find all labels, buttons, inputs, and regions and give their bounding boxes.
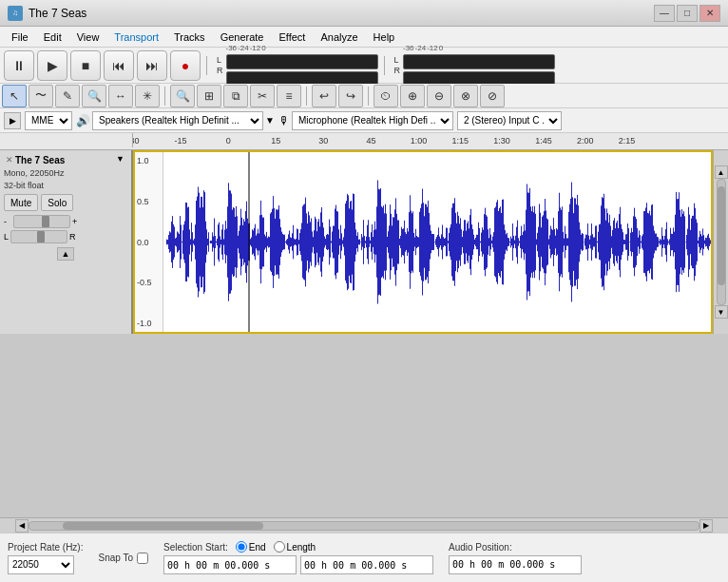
project-rate-select[interactable]: 22050 (8, 555, 74, 574)
transport-toolbar: ⏸ ▶ ■ ⏮ ⏭ ● L R -36 -24 -12 0 L R -36 (0, 48, 728, 84)
selection-tool-button[interactable]: ↖ (2, 85, 27, 107)
zoom-fit2-button[interactable]: ⊖ (427, 85, 451, 107)
selection-end-input[interactable]: 00 h 00 m 00.000 s (300, 555, 433, 574)
pan-slider[interactable] (10, 230, 67, 243)
playback-vu-meter-l[interactable] (226, 54, 378, 69)
menu-file[interactable]: File (4, 29, 36, 45)
extra-button[interactable]: ⊘ (480, 85, 505, 107)
record-button[interactable]: ● (170, 50, 201, 81)
speaker-icon: 🔊 (76, 114, 90, 127)
ruler-tick-1m45: 1:45 (535, 136, 552, 146)
window-controls: — □ ✕ (654, 5, 720, 22)
speaker-selector: 🔊 Speakers (Realtek High Definit ... ▼ (76, 111, 275, 130)
selection-start-input[interactable]: 00 h 00 m 00.000 s (163, 555, 297, 574)
speaker-device-select[interactable]: Speakers (Realtek High Definit ... (92, 111, 263, 130)
app-icon: ♫ (8, 6, 23, 21)
ruler-tick-neg30: -30 (133, 136, 140, 146)
timeline-ruler: -30 -15 0 15 30 45 1:00 1:15 1:30 1:45 2… (0, 133, 728, 150)
menu-effect[interactable]: Effect (272, 29, 314, 45)
zoom-out-button[interactable]: 🔍 (170, 85, 195, 107)
ruler-tick-45: 45 (366, 136, 375, 146)
time-shift-button[interactable]: ↔ (108, 85, 133, 107)
tools-toolbar: ↖ 〜 ✎ 🔍 ↔ ✳ 🔍 ⊞ ⧉ ✂ ≡ ↩ ↪ ⏲ ⊕ ⊖ ⊗ ⊘ (0, 84, 728, 108)
stop-button[interactable]: ■ (70, 50, 101, 81)
scroll-up-arrow[interactable]: ▲ (715, 165, 728, 179)
collapse-button[interactable]: ▲ (57, 247, 74, 261)
play-button[interactable]: ▶ (37, 50, 67, 81)
solo-button[interactable]: Solo (41, 194, 73, 211)
menu-tracks[interactable]: Tracks (166, 29, 213, 45)
sync-button[interactable]: ⏲ (374, 85, 398, 107)
record-vu-meter-l[interactable] (403, 54, 555, 69)
audio-position-display[interactable]: 00 h 00 m 00.000 s (449, 555, 582, 574)
end-radio[interactable] (236, 541, 247, 553)
skip-forward-button[interactable]: ⏭ (137, 50, 167, 81)
track-container: ✕ The 7 Seas ▼ Mono, 22050Hz 32-bit floa… (0, 150, 728, 334)
ruler-tick-0: 0 (226, 136, 231, 146)
waveform-area[interactable]: 1.0 0.5 0.0 -0.5 -1.0 (133, 150, 713, 334)
zoom-in2-button[interactable]: ⧉ (223, 85, 248, 107)
scroll-left-arrow[interactable]: ◀ (15, 519, 29, 533)
length-radio[interactable] (274, 541, 285, 553)
db-scale-upper: 0.5 (137, 197, 161, 206)
scroll-right-arrow[interactable]: ▶ (699, 519, 713, 533)
multi-tool-button[interactable]: ✳ (135, 85, 160, 107)
skip-back-button[interactable]: ⏮ (104, 50, 134, 81)
pause-button[interactable]: ⏸ (4, 50, 34, 81)
zoom-in-button[interactable]: 🔍 (82, 85, 106, 107)
speaker-dropdown-icon[interactable]: ▼ (265, 115, 275, 126)
tools-sep2 (306, 87, 307, 106)
waveform-canvas[interactable] (135, 152, 711, 332)
end-radio-item: End (236, 541, 266, 553)
record-vu-meters: -36 -24 -12 0 (403, 44, 555, 87)
audio-host-select[interactable]: MME (25, 111, 72, 130)
db-scale: 1.0 0.5 0.0 -0.5 -1.0 (135, 152, 163, 332)
draw-tool-button[interactable]: ✎ (55, 85, 80, 107)
mic-icon: 🎙 (278, 114, 290, 127)
menu-view[interactable]: View (69, 29, 107, 45)
tools-sep3 (368, 87, 369, 106)
snap-to-checkbox[interactable] (137, 553, 148, 564)
menu-edit[interactable]: Edit (36, 29, 69, 45)
ruler-tick-1m15: 1:15 (452, 136, 469, 146)
zoom-normal-button[interactable]: ⊕ (400, 85, 425, 107)
v-scrollbar-track[interactable] (717, 179, 726, 305)
playback-icon: ▶ (4, 112, 21, 129)
selection-start-label: Selection Start: (163, 542, 228, 553)
gain-slider[interactable] (13, 215, 70, 228)
minimize-button[interactable]: — (654, 5, 675, 22)
horizontal-scrollbar[interactable]: ◀ ▶ (0, 517, 728, 533)
fit-project-button[interactable]: ⊞ (197, 85, 221, 107)
zoom-fit3-button[interactable]: ⊗ (453, 85, 478, 107)
track-title-row: ✕ The 7 Seas ▼ (4, 154, 127, 165)
h-scrollbar-track[interactable] (29, 521, 699, 531)
track-close-button[interactable]: ✕ (4, 154, 15, 165)
gain-minus-label: - (4, 217, 11, 226)
silence-button[interactable]: ≡ (277, 85, 301, 107)
db-scale-mid: 0.0 (137, 238, 161, 247)
tools-separator (164, 87, 165, 106)
menu-help[interactable]: Help (366, 29, 403, 45)
ruler-tick-1m00: 1:00 (411, 136, 428, 146)
v-scrollbar-thumb[interactable] (718, 186, 725, 286)
redo-button[interactable]: ↪ (338, 85, 363, 107)
mute-button[interactable]: Mute (4, 194, 38, 211)
envelope-tool-button[interactable]: 〜 (29, 85, 53, 107)
menu-transport[interactable]: Transport (106, 29, 166, 45)
audio-position-label: Audio Position: (449, 542, 582, 553)
channel-select[interactable]: 2 (Stereo) Input C ... (457, 111, 562, 130)
vertical-scrollbar[interactable]: ▲ ▼ (713, 150, 728, 334)
track-dropdown-button[interactable]: ▼ (116, 154, 127, 165)
track-info-line1: Mono, 22050Hz (4, 167, 127, 180)
playback-vu-meters: -36 -24 -12 0 (226, 44, 378, 87)
undo-button[interactable]: ↩ (312, 85, 336, 107)
trim-button[interactable]: ✂ (250, 85, 275, 107)
h-scrollbar-thumb[interactable] (63, 522, 263, 530)
mic-device-select[interactable]: Microphone (Realtek High Defi ... (292, 111, 453, 130)
scroll-down-arrow[interactable]: ▼ (715, 305, 728, 319)
menu-generate[interactable]: Generate (213, 29, 272, 45)
menu-analyze[interactable]: Analyze (313, 29, 365, 45)
close-button[interactable]: ✕ (699, 5, 720, 22)
maximize-button[interactable]: □ (677, 5, 698, 22)
ruler-tick-2m00: 2:00 (577, 136, 594, 146)
